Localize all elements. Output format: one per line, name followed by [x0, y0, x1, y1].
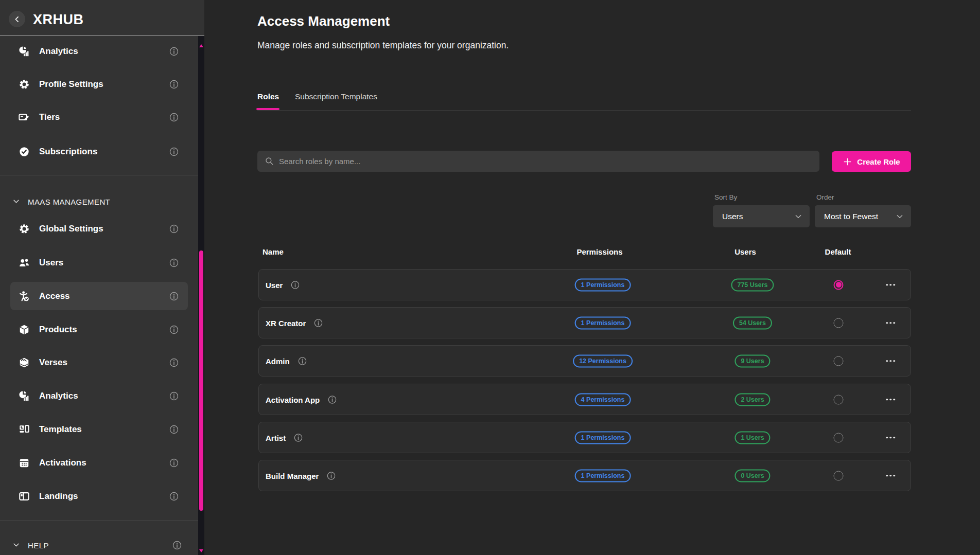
info-icon[interactable]: [169, 458, 179, 468]
sidebar-section-maas-management[interactable]: MAAS MANAGEMENT: [0, 190, 198, 213]
chevron-down-icon: [12, 541, 20, 549]
sidebar-item-profile-settings[interactable]: Profile Settings: [0, 70, 198, 99]
default-radio[interactable]: [834, 471, 844, 480]
access-person-icon: [19, 291, 30, 302]
create-role-label: Create Role: [857, 157, 900, 166]
role-name: XR Creator: [266, 318, 306, 327]
row-menu-button[interactable]: [886, 322, 895, 324]
table-row-artist[interactable]: Artist1 Permissions1 Users: [258, 422, 911, 453]
row-menu-button[interactable]: [886, 360, 895, 362]
row-menu-button[interactable]: [886, 284, 895, 286]
chevron-down-icon: [794, 212, 802, 221]
info-icon[interactable]: [326, 471, 336, 480]
info-icon[interactable]: [313, 318, 323, 328]
default-radio[interactable]: [834, 395, 844, 404]
back-button[interactable]: [9, 11, 25, 27]
tab-subscription-templates[interactable]: Subscription Templates: [295, 92, 377, 101]
sidebar-item-label: Templates: [39, 424, 82, 435]
row-menu-button[interactable]: [886, 475, 895, 477]
info-icon[interactable]: [169, 258, 179, 268]
sidebar-item-subscriptions[interactable]: Subscriptions: [0, 137, 198, 166]
sidebar-item-label: Global Settings: [39, 224, 103, 234]
scroll-up-arrow[interactable]: [199, 44, 203, 47]
sidebar-item-label: Subscriptions: [39, 147, 97, 157]
permissions-badge: 1 Permissions: [575, 469, 631, 482]
table-row-build-manager[interactable]: Build Manager1 Permissions0 Users: [258, 460, 911, 491]
default-radio[interactable]: [834, 280, 844, 290]
sidebar-item-landings[interactable]: Landings: [0, 482, 198, 511]
sort-by-dropdown[interactable]: Users: [713, 205, 810, 227]
sidebar-item-label: Analytics: [39, 46, 78, 57]
sidebar-item-users[interactable]: Users: [0, 248, 198, 277]
order-label: Order: [816, 193, 834, 201]
sidebar-item-verses[interactable]: Verses: [0, 348, 198, 377]
brand-logo: XRHUB: [33, 12, 84, 28]
sidebar-section-label: HELP: [28, 541, 49, 550]
page-subtitle: Manage roles and subscription templates …: [257, 40, 509, 51]
info-icon[interactable]: [169, 147, 179, 157]
role-name: Artist: [266, 433, 286, 442]
order-value: Most to Fewest: [824, 212, 878, 221]
plus-icon: [843, 157, 852, 167]
table-row-xr-creator[interactable]: XR Creator1 Permissions54 Users: [258, 307, 911, 338]
sidebar-scrollbar[interactable]: [198, 36, 204, 555]
sidebar-item-products[interactable]: Products: [0, 315, 198, 344]
sidebar-item-activations[interactable]: Activations: [0, 449, 198, 477]
scroll-down-arrow[interactable]: [199, 549, 203, 552]
info-icon[interactable]: [169, 491, 179, 502]
info-icon[interactable]: [169, 46, 179, 57]
users-badge: 9 Users: [734, 354, 770, 367]
table-row-activation-app[interactable]: Activation App4 Permissions2 Users: [258, 384, 911, 415]
sidebar-item-templates[interactable]: Templates: [0, 415, 198, 444]
row-menu-button[interactable]: [886, 437, 895, 439]
table-row-user[interactable]: User1 Permissions775 Users: [258, 269, 911, 300]
info-icon[interactable]: [169, 357, 179, 368]
role-name: Build Manager: [266, 471, 319, 480]
users-badge: 2 Users: [734, 393, 770, 406]
sidebar-item-access[interactable]: Access: [10, 282, 188, 310]
chevron-left-icon: [13, 15, 21, 23]
info-icon[interactable]: [169, 224, 179, 234]
default-radio[interactable]: [834, 318, 844, 328]
info-icon[interactable]: [169, 391, 179, 401]
info-icon[interactable]: [327, 395, 337, 404]
search-box: [257, 151, 819, 172]
default-radio[interactable]: [834, 433, 844, 442]
info-icon[interactable]: [169, 325, 179, 335]
default-radio[interactable]: [834, 356, 844, 366]
info-icon[interactable]: [169, 424, 179, 435]
order-dropdown[interactable]: Most to Fewest: [815, 205, 911, 227]
create-role-button[interactable]: Create Role: [832, 151, 911, 172]
info-icon[interactable]: [169, 291, 179, 301]
permissions-badge: 12 Permissions: [573, 354, 633, 367]
search-input[interactable]: [279, 151, 814, 172]
sidebar-section-help[interactable]: HELP: [0, 534, 198, 555]
chevron-down-icon: [896, 212, 904, 221]
sidebar-item-label: Users: [39, 258, 63, 268]
sidebar-item-analytics[interactable]: Analytics: [0, 37, 198, 66]
sidebar-item-tiers[interactable]: Tiers: [0, 103, 198, 132]
sidebar-item-global-settings[interactable]: Global Settings: [0, 214, 198, 243]
scrollbar-thumb[interactable]: [199, 250, 203, 511]
sidebar-item-label: Activations: [39, 458, 86, 468]
active-tab-underline: [256, 108, 279, 110]
sidebar-item-label: Profile Settings: [39, 79, 103, 89]
sort-by-value: Users: [722, 212, 743, 221]
gear-icon: [19, 79, 30, 90]
tab-roles[interactable]: Roles: [257, 92, 279, 101]
table-row-admin[interactable]: Admin12 Permissions9 Users: [258, 345, 911, 377]
sidebar-item-label: Landings: [39, 491, 78, 502]
sidebar-item-label: Tiers: [39, 112, 60, 122]
info-icon[interactable]: [169, 112, 179, 122]
analytics-icon: [19, 46, 30, 57]
users-icon: [19, 257, 30, 268]
info-icon[interactable]: [297, 356, 307, 366]
page-title: Access Management: [257, 13, 390, 29]
sidebar-item-analytics[interactable]: Analytics: [0, 382, 198, 410]
info-icon[interactable]: [172, 540, 182, 550]
users-badge: 54 Users: [733, 316, 772, 329]
info-icon[interactable]: [293, 433, 303, 442]
info-icon[interactable]: [290, 280, 300, 290]
row-menu-button[interactable]: [886, 399, 895, 401]
info-icon[interactable]: [169, 79, 179, 89]
